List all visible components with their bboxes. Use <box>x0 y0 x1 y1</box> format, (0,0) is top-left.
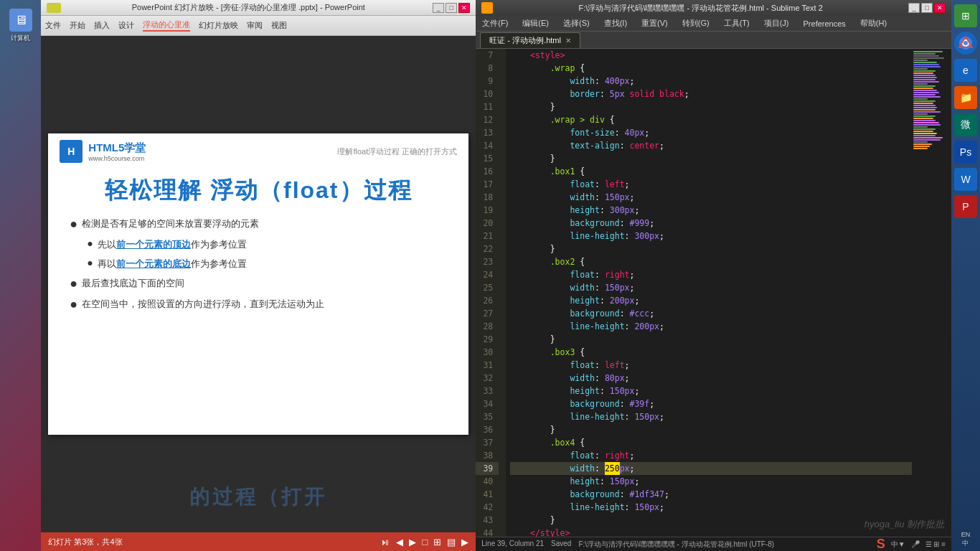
slide-status-icons: ⏯ ◀ ▶ □ ⊞ ▤ ▶ <box>381 537 468 547</box>
ln-20: 20 <box>476 217 499 230</box>
ppt-maximize-btn[interactable]: □ <box>446 3 457 13</box>
mm-44 <box>913 143 932 145</box>
menu-view[interactable]: 重置(V) <box>639 18 670 29</box>
taskbar-icon-ppt[interactable]: P <box>954 195 977 218</box>
view3-icon[interactable]: ▤ <box>447 537 456 547</box>
menu-tools[interactable]: 工具(T) <box>722 18 752 29</box>
ppt-statusbar: 幻灯片 第3张，共4张 ⏯ ◀ ▶ □ ⊞ ▤ ▶ <box>41 532 476 551</box>
code-25: width: 150px; <box>510 281 912 294</box>
bullet-text-3: 在空间当中，按照设置的方向进行浮动，直到无法运动为止 <box>82 296 324 314</box>
mm-35 <box>913 124 941 126</box>
tab-close-btn[interactable]: ✕ <box>565 37 571 44</box>
code-14: text-align: center; <box>510 139 912 152</box>
ppt-minimize-btn[interactable]: _ <box>433 3 444 13</box>
mm-4 <box>913 57 944 59</box>
taskbar-icon-chrome[interactable] <box>954 32 977 55</box>
taskbar-icon-ie[interactable]: e <box>954 59 977 82</box>
menu-edit[interactable]: 编辑(E) <box>520 18 551 29</box>
editor-body[interactable]: 7 8 9 10 11 12 13 14 15 16 17 18 19 20 2… <box>476 49 951 537</box>
editor-maximize-btn[interactable]: □ <box>921 3 933 13</box>
mm-31 <box>913 116 936 117</box>
mm-17 <box>913 85 936 87</box>
statusbar-line-col: Line 39, Column 21 <box>481 540 544 550</box>
code-34: background: #39f; <box>510 397 912 410</box>
view1-icon[interactable]: □ <box>422 537 428 547</box>
ln-32: 32 <box>476 372 499 385</box>
code-area[interactable]: <style> .wrap { width: 400px; border: 5p… <box>506 49 912 537</box>
ln-16: 16 <box>476 165 499 178</box>
ln-22: 22 <box>476 242 499 255</box>
mm-30 <box>913 113 928 115</box>
mm-43 <box>913 141 928 143</box>
editor-close-btn[interactable]: ✕ <box>934 3 946 13</box>
slide-main-title: 轻松理解 浮动（float）过程 <box>48 169 468 215</box>
statusbar-right: S 中▼ 🎤 ☰ ⊞ ≡ <box>877 537 946 551</box>
ribbon-animation[interactable]: 浮动的心里准 <box>143 19 190 32</box>
ribbon-review[interactable]: 审阅 <box>247 20 263 31</box>
ppt-app-icon <box>47 3 61 13</box>
mm-8 <box>913 66 941 67</box>
mm-5 <box>913 60 928 61</box>
menu-file[interactable]: 文件(F) <box>480 18 510 29</box>
menu-select[interactable]: 选择(S) <box>561 18 592 29</box>
mm-7 <box>913 64 939 65</box>
ribbon-insert[interactable]: 开始 <box>70 20 85 31</box>
view4-icon[interactable]: ▶ <box>461 537 468 547</box>
slide-header: H HTML5学堂 www.h5course.com 理解float浮动过程 正… <box>48 133 468 169</box>
ppt-win-controls[interactable]: _ □ ✕ <box>433 3 470 13</box>
brand-url: www.h5course.com <box>88 155 146 162</box>
sublime-logo: S <box>877 537 885 551</box>
menu-help[interactable]: 帮助(H) <box>858 18 889 29</box>
sub-bullet-2: ● 再以前一个元素的底边作为参考位置 <box>87 255 447 273</box>
mm-12 <box>913 75 936 76</box>
taskbar-icon-folder[interactable]: 📁 <box>954 86 977 109</box>
ribbon-slideshow[interactable]: 幻灯片放映 <box>199 20 238 31</box>
statusbar-saved: Saved <box>551 540 571 550</box>
bullet-dot-1: ● <box>70 215 77 233</box>
prev-icon[interactable]: ◀ <box>396 537 403 547</box>
ln-42: 42 <box>476 501 499 514</box>
ln-25: 25 <box>476 281 499 294</box>
ribbon-home[interactable]: 文件 <box>45 20 61 31</box>
ppt-close-btn[interactable]: ✕ <box>458 3 470 13</box>
mm-3 <box>913 55 939 57</box>
taskbar-icon-weixin[interactable]: 微 <box>954 113 977 136</box>
play-icon[interactable]: ⏯ <box>381 537 390 547</box>
code-31: float: left; <box>510 359 912 372</box>
next-icon[interactable]: ▶ <box>409 537 416 547</box>
mm-6 <box>913 62 937 63</box>
editor-tab-active[interactable]: 旺证 - 浮动动例.html ✕ <box>480 32 580 48</box>
ln-37: 37 <box>476 436 499 449</box>
mm-37 <box>913 128 936 130</box>
ln-38: 38 <box>476 449 499 462</box>
slide-bullets: ● 检测是否有足够的空间来放置要浮动的元素 ● 先以前一个元素的顶边作为参考位置… <box>48 215 468 314</box>
mm-39-active <box>913 133 937 134</box>
taskbar-icon-ps[interactable]: Ps <box>954 141 977 164</box>
menu-project[interactable]: 项目(J) <box>762 18 791 29</box>
sub-text-2: 再以前一个元素的底边作为参考位置 <box>98 255 247 273</box>
editor-minimize-btn[interactable]: _ <box>908 3 920 13</box>
view2-icon[interactable]: ⊞ <box>433 537 441 547</box>
mm-10 <box>913 70 936 72</box>
powerpoint-panel: PowerPoint 幻灯片放映 - [旁征·浮动的心里准理 .pptx] - … <box>41 0 476 551</box>
ln-11: 11 <box>476 100 499 113</box>
minimap[interactable] <box>912 49 951 537</box>
menu-find[interactable]: 查找(I) <box>602 18 629 29</box>
taskbar-icon-word[interactable]: W <box>954 168 977 191</box>
sub-dot-2: ● <box>87 255 93 270</box>
ln-31: 31 <box>476 359 499 372</box>
ribbon-transition[interactable]: 设计 <box>118 20 134 31</box>
windows-taskbar: ⊞ e 📁 微 Ps W P EN 中 <box>951 0 980 551</box>
taskbar-icon-start[interactable]: ⊞ <box>954 4 977 27</box>
mm-46 <box>913 148 928 149</box>
menu-goto[interactable]: 转到(G) <box>680 18 712 29</box>
code-15: } <box>510 152 912 165</box>
computer-icon[interactable]: 🖥 计算机 <box>2 6 39 46</box>
ribbon-design[interactable]: 插入 <box>94 20 110 31</box>
ribbon-view[interactable]: 视图 <box>271 20 287 31</box>
menu-prefs[interactable]: Preferences <box>801 19 848 28</box>
editor-win-controls[interactable]: _ □ ✕ <box>908 3 946 13</box>
ln-44: 44 <box>476 527 499 537</box>
mm-32 <box>913 118 933 119</box>
bullet-2: ● 最后查找底边下面的空间 <box>70 275 447 293</box>
